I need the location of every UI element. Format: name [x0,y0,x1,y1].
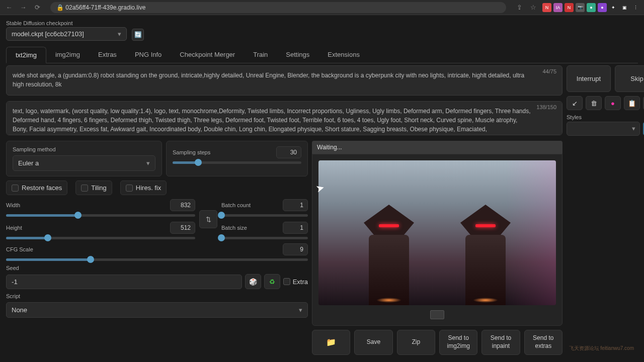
seed-random-button[interactable]: 🎲 [245,274,261,289]
output-panel: Waiting... ✕ [312,141,562,355]
batch-size-group: Batch size 1 [221,222,308,239]
cfg-scale-label: CFG Scale [6,246,33,252]
sampling-steps-slider[interactable] [173,161,301,164]
sampling-steps-card: Sampling steps 30 [166,141,308,176]
paint-icon[interactable]: ● [605,96,621,110]
seed-extra-checkbox[interactable]: Extra [283,278,308,286]
tab-extras[interactable]: Extras [89,47,126,63]
extension-icon[interactable]: N [542,3,551,12]
cfg-scale-value[interactable]: 9 [283,243,308,255]
sampling-method-select[interactable]: Euler a [13,155,155,171]
panel-icon[interactable]: ▣ [620,3,629,12]
thumbnail-strip [318,310,556,319]
menu-icon[interactable]: ⋮ [631,3,640,12]
sampling-method-card: Sampling method Euler a [6,141,162,176]
batch-count-slider[interactable] [221,214,308,217]
batch-size-slider[interactable] [221,237,308,239]
checkpoint-select[interactable]: model.ckpt [cc6cb27103] [6,27,127,41]
url-bar[interactable]: 🔒 02a56ff4-71ff-439e.gradio.live [50,2,506,13]
thumbnail[interactable] [430,310,444,319]
bookmark-icon[interactable]: ☆ [528,3,538,13]
generated-image[interactable] [318,160,556,305]
quick-action-row: ↙ 🗑 ● 📋 💾 [567,96,644,110]
negative-prompt-token-count: 138/150 [536,104,556,110]
batch-size-value[interactable]: 1 [283,222,308,234]
extension-icon[interactable]: 📷 [576,3,585,12]
width-value[interactable]: 832 [170,199,195,211]
zip-button[interactable]: Zip [397,330,435,355]
restore-faces-checkbox[interactable]: Restore faces [6,180,67,195]
seed-input[interactable] [6,275,242,289]
watermark: 飞天资源论坛 feitianwu7.com [569,345,634,352]
main-tabs: txt2img img2img Extras PNG Info Checkpoi… [6,47,638,63]
width-group: Width 832 [6,199,195,217]
cfg-scale-slider[interactable] [6,258,308,261]
tab-checkpoint-merger[interactable]: Checkpoint Merger [171,47,244,63]
tab-extensions[interactable]: Extensions [318,47,369,63]
batch-count-label: Batch count [221,202,251,208]
share-icon[interactable]: ⇪ [514,3,524,13]
prompt-container: 44/75 [6,65,562,97]
send-to-inpaint-button[interactable]: Send to inpaint [481,330,520,355]
script-group: Script None [6,293,308,318]
tab-txt2img[interactable]: txt2img [6,47,46,63]
clipboard-icon[interactable]: 📋 [624,96,640,110]
extension-icon[interactable]: IA [553,3,562,12]
height-value[interactable]: 512 [170,222,195,234]
checkpoint-refresh-button[interactable]: 🔄 [132,29,144,41]
output-status: Waiting... [312,141,562,154]
extension-icon[interactable]: ● [598,3,607,12]
prompt-token-count: 44/75 [542,68,556,74]
output-image-panel: ✕ [312,154,562,326]
height-label: Height [6,225,22,231]
extensions-area: N IA N 📷 ● ● ✦ ▣ ⋮ [542,3,640,12]
sampling-method-label: Sampling method [13,146,155,152]
seed-group: Seed 🎲 ♻ Extra [6,265,308,289]
seed-reuse-button[interactable]: ♻ [264,274,280,289]
right-sidebar: Interrupt Skip ↙ 🗑 ● 📋 💾 Styles 🔄 [567,65,644,355]
prompt-input[interactable] [6,65,562,96]
send-to-extras-button[interactable]: Send to extras [524,330,562,355]
script-select[interactable]: None [6,302,308,318]
tab-settings[interactable]: Settings [277,47,318,63]
width-label: Width [6,202,20,208]
open-folder-button[interactable]: 📁 [312,330,350,355]
extension-icon[interactable]: ● [587,3,596,12]
height-slider[interactable] [6,237,195,239]
tiling-checkbox[interactable]: Tiling [75,180,112,195]
sampling-steps-value[interactable]: 30 [276,146,301,158]
batch-count-value[interactable]: 1 [283,199,308,211]
styles-label: Styles [567,114,640,120]
arrow-icon[interactable]: ↙ [567,96,583,110]
extensions-icon[interactable]: ✦ [609,3,618,12]
tab-train[interactable]: Train [244,47,277,63]
reload-button[interactable]: ⟳ [32,3,42,13]
checkpoint-row: Stable Diffusion checkpoint model.ckpt [… [6,20,638,41]
seed-label: Seed [6,265,308,271]
interrupt-button[interactable]: Interrupt [567,65,611,92]
app-container: Stable Diffusion checkpoint model.ckpt [… [0,15,644,360]
trash-icon[interactable]: 🗑 [586,96,602,110]
sampling-steps-label: Sampling steps [173,149,210,155]
back-button[interactable]: ← [4,3,14,13]
cfg-scale-group: CFG Scale 9 [6,243,308,261]
tab-png-info[interactable]: PNG Info [126,47,171,63]
save-button[interactable]: Save [354,330,392,355]
send-to-img2img-button[interactable]: Send to img2img [439,330,477,355]
negative-prompt-input[interactable] [6,101,562,135]
hires-fix-checkbox[interactable]: Hires. fix [120,180,167,195]
negative-prompt-container: 138/150 [6,101,562,137]
checkbox-row: Restore faces Tiling Hires. fix [6,180,308,195]
batch-count-group: Batch count 1 [221,199,308,217]
batch-size-label: Batch size [221,225,247,231]
styles-select[interactable] [567,122,640,136]
swap-dimensions-button[interactable]: ⇅ [199,210,217,228]
extension-icon[interactable]: N [565,3,574,12]
skip-button[interactable]: Skip [615,65,644,92]
checkpoint-label: Stable Diffusion checkpoint [6,20,127,26]
script-label: Script [6,293,308,299]
width-slider[interactable] [6,214,195,217]
tab-img2img[interactable]: img2img [46,47,89,63]
settings-panel: Sampling method Euler a Sampling steps 3… [6,141,308,355]
forward-button[interactable]: → [18,3,28,13]
